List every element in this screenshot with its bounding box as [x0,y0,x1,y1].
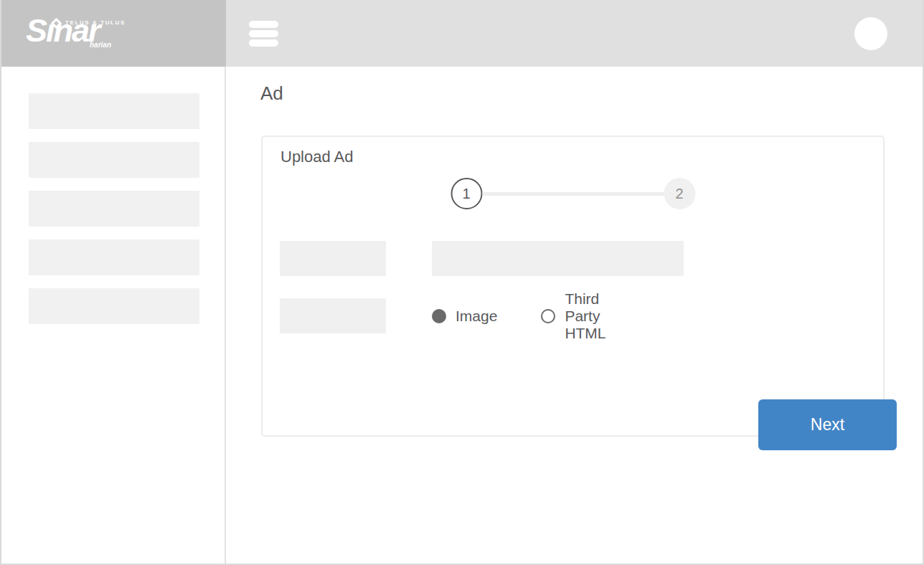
radio-unselected-icon [541,309,555,323]
menu-bar [249,30,278,37]
app-window: TELUS & TULUS Sınar harian Ad Upload A [0,0,924,565]
card-title: Upload Ad [280,148,354,166]
sidebar-item-placeholder[interactable] [29,142,199,178]
page-title: Ad [260,82,283,105]
sidebar-item-placeholder[interactable] [29,239,199,275]
form-row-name [280,241,386,276]
step-2-indicator: 2 [664,178,695,209]
field-input-placeholder[interactable] [432,241,684,276]
sidebar-item-placeholder[interactable] [29,288,199,324]
sidebar-item-placeholder[interactable] [29,93,199,129]
step-1-indicator: 1 [451,178,482,209]
radio-third-party-html-label: Third Party HTML [565,290,605,342]
sidebar-item-placeholder[interactable] [29,191,199,227]
radio-image[interactable]: Image [432,308,497,325]
brand-subname: harian [90,41,111,49]
menu-bar [249,39,278,47]
next-button[interactable]: Next [758,399,897,450]
ad-type-radio-group: Image Third Party HTML [432,298,606,333]
top-bar: TELUS & TULUS Sınar harian [1,0,923,67]
main-content: Ad Upload Ad 1 2 Im [226,67,923,564]
brand-name: Sınar [26,14,100,47]
menu-icon[interactable] [249,21,278,47]
stepper-connector [482,192,664,196]
stepper: 1 2 [451,178,695,209]
sidebar [1,67,226,564]
field-label-placeholder [280,241,386,276]
brand-logo[interactable]: TELUS & TULUS Sınar harian [1,0,226,67]
radio-image-label: Image [456,308,497,325]
menu-bar [249,21,278,28]
field-label-placeholder [280,298,386,333]
header-toolbar [226,0,923,67]
radio-third-party-html[interactable]: Third Party HTML [541,290,605,342]
radio-selected-icon [432,309,446,323]
upload-ad-card: Upload Ad 1 2 Image [261,136,885,437]
form-row-ad-type: Image Third Party HTML [280,298,386,333]
avatar[interactable] [854,17,887,50]
